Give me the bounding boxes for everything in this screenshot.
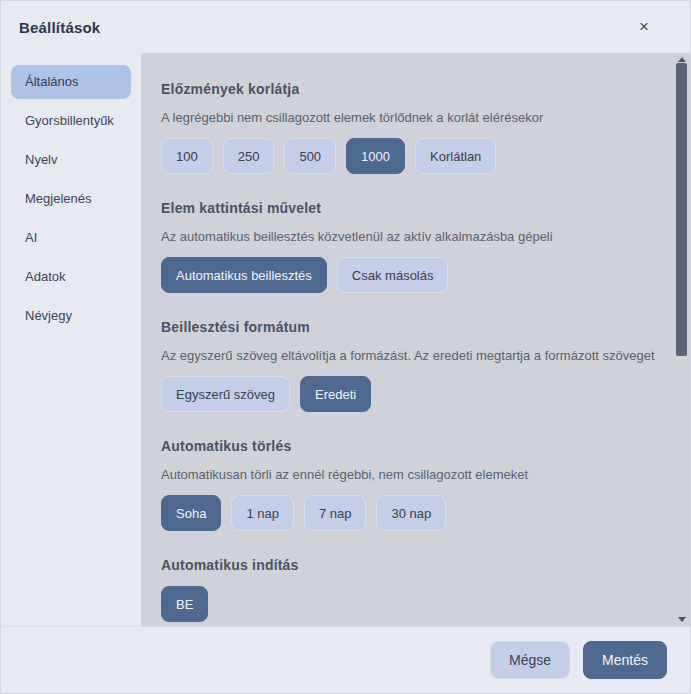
option-row: Egyszerű szövegEredeti — [161, 376, 656, 412]
option-korlatlan-button[interactable]: Korlátlan — [415, 138, 496, 174]
section-title: Előzmények korlátja — [161, 81, 656, 97]
option-csak-masolas-button[interactable]: Csak másolás — [337, 257, 449, 293]
option-row: Soha1 nap7 nap30 nap — [161, 495, 656, 531]
cancel-button[interactable]: Mégse — [490, 641, 570, 679]
section-item-click-action: Elem kattintási műveletAz automatikus be… — [161, 200, 656, 293]
section-history-limit: Előzmények korlátjaA legrégebbi nem csil… — [161, 81, 656, 174]
sidebar-item-adatok[interactable]: Adatok — [11, 260, 131, 294]
section-title: Elem kattintási művelet — [161, 200, 656, 216]
sidebar-item-nyelv[interactable]: Nyelv — [11, 143, 131, 177]
section-description: Az automatikus beillesztés közvetlenül a… — [161, 229, 656, 244]
scrollbar-thumb[interactable] — [676, 63, 687, 356]
footer: Mégse Mentés — [1, 626, 690, 693]
sidebar-item-megjelenes[interactable]: Megjelenés — [11, 182, 131, 216]
section-auto-start: Automatikus indításBE — [161, 557, 656, 622]
section-auto-delete: Automatikus törlésAutomatikusan törli az… — [161, 438, 656, 531]
option-500-button[interactable]: 500 — [284, 138, 336, 174]
sidebar: ÁltalánosGyorsbillentyűkNyelvMegjelenésA… — [1, 53, 141, 626]
scroll-down-icon[interactable] — [678, 617, 686, 622]
sections-container: Előzmények korlátjaA legrégebbi nem csil… — [161, 81, 656, 622]
dialog-body: ÁltalánosGyorsbillentyűkNyelvMegjelenésA… — [1, 53, 690, 626]
sidebar-item-ai[interactable]: AI — [11, 221, 131, 255]
section-description: Automatikusan törli az ennél régebbi, ne… — [161, 467, 656, 482]
sidebar-item-gyorsbillentyuk[interactable]: Gyorsbillentyűk — [11, 104, 131, 138]
option-automatikus-beillesztes-button[interactable]: Automatikus beillesztés — [161, 257, 327, 293]
close-icon[interactable]: × — [632, 15, 656, 39]
scrollbar[interactable] — [676, 53, 688, 626]
option-row: BE — [161, 586, 656, 622]
dialog-title: Beállítások — [19, 19, 100, 36]
option-1-nap-button[interactable]: 1 nap — [231, 495, 294, 531]
option-30-nap-button[interactable]: 30 nap — [376, 495, 446, 531]
option-row: Automatikus beillesztésCsak másolás — [161, 257, 656, 293]
settings-dialog: Beállítások × ÁltalánosGyorsbillentyűkNy… — [0, 0, 691, 694]
option-egyszeru-szoveg-button[interactable]: Egyszerű szöveg — [161, 376, 290, 412]
save-button[interactable]: Mentés — [583, 641, 667, 679]
option-be-button[interactable]: BE — [161, 586, 208, 622]
option-1000-button[interactable]: 1000 — [346, 138, 405, 174]
settings-content: Előzmények korlátjaA legrégebbi nem csil… — [141, 53, 690, 626]
option-eredeti-button[interactable]: Eredeti — [300, 376, 371, 412]
titlebar: Beállítások × — [1, 1, 690, 53]
section-paste-format: Beillesztési formátumAz egyszerű szöveg … — [161, 319, 656, 412]
option-soha-button[interactable]: Soha — [161, 495, 221, 531]
scroll-up-icon[interactable] — [678, 57, 686, 62]
section-description: A legrégebbi nem csillagozott elemek tör… — [161, 110, 656, 125]
section-title: Automatikus indítás — [161, 557, 656, 573]
sidebar-item-altalanos[interactable]: Általános — [11, 65, 131, 99]
section-title: Automatikus törlés — [161, 438, 656, 454]
sidebar-item-nevjegy[interactable]: Névjegy — [11, 299, 131, 333]
option-7-nap-button[interactable]: 7 nap — [304, 495, 367, 531]
option-250-button[interactable]: 250 — [223, 138, 275, 174]
section-title: Beillesztési formátum — [161, 319, 656, 335]
section-description: Az egyszerű szöveg eltávolítja a formázá… — [161, 348, 656, 363]
option-100-button[interactable]: 100 — [161, 138, 213, 174]
option-row: 1002505001000Korlátlan — [161, 138, 656, 174]
